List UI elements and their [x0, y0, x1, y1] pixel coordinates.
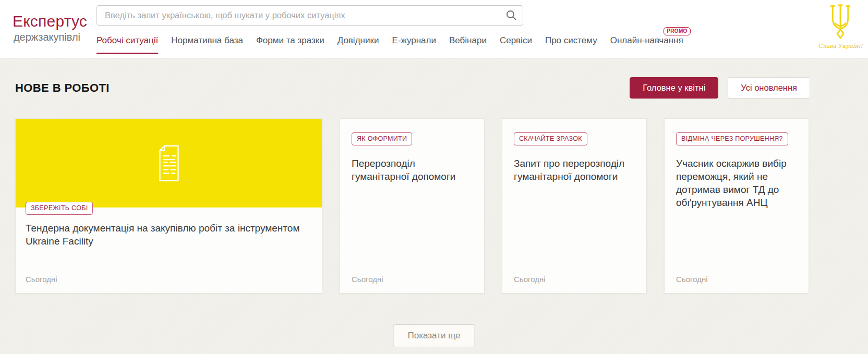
document-icon [154, 144, 184, 182]
nav-item-normative-base[interactable]: Нормативна база [171, 35, 243, 53]
article-card[interactable]: СКАЧАЙТЕ ЗРАЗОК Запит про перерозподіл г… [502, 118, 647, 294]
page: Експертус держзакупівлі Робочі ситуації … [0, 0, 868, 354]
nav-item-services[interactable]: Сервіси [500, 35, 532, 53]
nav-item-work-situations[interactable]: Робочі ситуації [97, 35, 158, 54]
card-title[interactable]: Учасник оскаржив вибір переможця, який н… [676, 157, 797, 209]
article-card[interactable]: ЯК ОФОРМИТИ Перерозподіл гуманітарної до… [340, 118, 485, 294]
nav-item-directories[interactable]: Довідники [337, 35, 379, 53]
trident-logo: Слава Україні! [818, 3, 863, 50]
brand-subtitle: держзакупівлі [13, 31, 81, 43]
search-box [97, 5, 523, 26]
section-head: НОВЕ В РОБОТІ Головне у квітні Усі оновл… [15, 77, 810, 99]
brand-logo[interactable]: Експертус держзакупівлі [13, 13, 81, 43]
all-updates-button[interactable]: Усі оновлення [728, 77, 810, 99]
card-badge: ВІДМІНА ЧЕРЕЗ ПОРУШЕННЯ? [676, 132, 788, 145]
promo-badge: PROMO [664, 27, 690, 35]
nav-item-forms-samples[interactable]: Форми та зразки [256, 35, 324, 53]
search-input[interactable] [97, 5, 523, 26]
card-title[interactable]: Перерозподіл гуманітарної допомоги [352, 157, 473, 183]
article-card-featured[interactable]: ЗБЕРЕЖІТЬ СОБІ Тендерна документація на … [15, 118, 322, 294]
card-date: Сьогодні [26, 275, 57, 284]
nav-item-webinars[interactable]: Вебінари [449, 35, 487, 53]
brand-title: Експертус [13, 13, 81, 30]
load-more-button[interactable]: Показати ще [393, 324, 475, 347]
card-badge: ЯК ОФОРМИТИ [352, 132, 412, 145]
nav-item-ejournals[interactable]: Е-журнали [392, 35, 436, 53]
card-date: Сьогодні [514, 275, 546, 284]
card-date: Сьогодні [676, 275, 708, 284]
month-highlights-button[interactable]: Головне у квітні [630, 77, 718, 99]
card-title[interactable]: Запит про перерозподіл гуманітарної допо… [514, 157, 635, 183]
card-title[interactable]: Тендерна документація на закупівлю робіт… [26, 222, 307, 248]
main-nav: Робочі ситуації Нормативна база Форми та… [97, 35, 683, 54]
nav-item-label: Онлайн-навчання [610, 35, 683, 45]
cards-grid: ЗБЕРЕЖІТЬ СОБІ Тендерна документація на … [15, 118, 810, 294]
search-icon[interactable] [505, 9, 517, 21]
nav-item-online-learning[interactable]: Онлайн-навчання PROMO [610, 35, 683, 53]
card-badge: ЗБЕРЕЖІТЬ СОБІ [26, 202, 93, 215]
slava-text: Слава Україні! [818, 43, 863, 50]
card-badge: СКАЧАЙТЕ ЗРАЗОК [514, 132, 587, 145]
card-date: Сьогодні [352, 275, 383, 284]
header: Експертус держзакупівлі Робочі ситуації … [0, 0, 868, 59]
head-buttons: Головне у квітні Усі оновлення [630, 77, 810, 99]
card-banner [16, 119, 322, 207]
trident-icon [827, 3, 854, 40]
article-card[interactable]: ВІДМІНА ЧЕРЕЗ ПОРУШЕННЯ? Учасник оскаржи… [664, 118, 809, 294]
nav-item-about-system[interactable]: Про систему [545, 35, 597, 53]
